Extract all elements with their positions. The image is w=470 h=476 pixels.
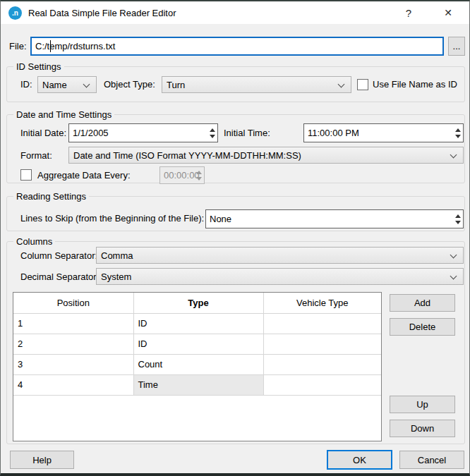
spinner-arrows-icon[interactable] xyxy=(210,124,215,142)
table-cell[interactable] xyxy=(263,334,381,354)
table-header-position[interactable]: Position xyxy=(13,293,133,313)
column-separator-value: Comma xyxy=(101,250,133,261)
chevron-down-icon xyxy=(450,273,457,280)
lines-to-skip-value: None xyxy=(210,214,231,224)
columns-group-title: Columns xyxy=(13,236,55,247)
table-header-type[interactable]: Type xyxy=(133,293,263,313)
object-type-label: Object Type: xyxy=(104,79,155,90)
initial-date-value: 1/1/2005 xyxy=(73,128,109,138)
id-settings-group-title: ID Settings xyxy=(13,61,64,72)
table-cell[interactable] xyxy=(263,313,381,334)
add-button[interactable]: Add xyxy=(390,294,455,312)
id-combobox-value: Name xyxy=(42,80,67,90)
table-row: 2ID xyxy=(13,334,381,354)
object-type-combobox[interactable]: Turn xyxy=(162,76,351,93)
initial-time-value: 11:00:00 PM xyxy=(308,128,359,138)
table-header-vehicle-type[interactable]: Vehicle Type xyxy=(263,293,381,313)
datetime-settings-group-title: Date and Time Settings xyxy=(13,109,114,120)
decimal-separator-combobox[interactable]: System xyxy=(96,268,464,285)
reading-settings-group-title: Reading Settings xyxy=(13,191,89,202)
window-title: Real Data Simple File Reader Editor xyxy=(28,8,176,18)
help-button[interactable]: Help xyxy=(10,451,74,469)
initial-date-label: Initial Date: xyxy=(20,128,66,139)
format-label: Format: xyxy=(20,150,52,161)
chevron-down-icon xyxy=(338,81,345,88)
down-button[interactable]: Down xyxy=(390,420,455,437)
up-button[interactable]: Up xyxy=(390,396,455,413)
table-row: 1ID xyxy=(13,313,381,334)
app-logo-icon: .n xyxy=(8,6,22,20)
spinner-arrows-icon[interactable] xyxy=(455,210,461,228)
chevron-down-icon xyxy=(450,252,457,259)
aggregate-label: Aggregate Data Every: xyxy=(37,170,131,181)
close-icon[interactable]: ✕ xyxy=(432,1,464,24)
chevron-down-icon xyxy=(450,152,457,159)
table-cell[interactable]: 3 xyxy=(13,354,133,374)
id-combobox[interactable]: Name xyxy=(37,76,97,93)
aggregate-interval-spinbox: 00:00:00 xyxy=(159,166,205,184)
lines-to-skip-spinbox[interactable]: None xyxy=(205,209,464,228)
format-combobox[interactable]: Date and Time (ISO Format YYYY-MM-DDTHH:… xyxy=(68,147,464,164)
table-cell[interactable] xyxy=(263,354,381,374)
table-cell[interactable]: 2 xyxy=(13,334,133,354)
column-separator-combobox[interactable]: Comma xyxy=(96,247,464,264)
table-cell[interactable]: 1 xyxy=(13,313,133,334)
decimal-separator-label: Decimal Separator: xyxy=(20,271,99,283)
use-file-name-checkbox[interactable] xyxy=(357,79,368,90)
table-cell[interactable]: Count xyxy=(133,354,263,374)
table-row: 3Count xyxy=(13,354,381,374)
aggregate-checkbox[interactable] xyxy=(20,169,32,181)
help-titlebar-button[interactable]: ? xyxy=(392,1,425,24)
initial-time-spinbox[interactable]: 11:00:00 PM xyxy=(303,123,464,142)
spinner-arrows-icon[interactable] xyxy=(455,124,461,142)
column-separator-label: Column Separator: xyxy=(20,250,97,262)
file-label: File: xyxy=(9,41,27,52)
text-caret xyxy=(50,40,51,52)
columns-table-container: PositionTypeVehicle Type 1ID2ID3Count4Ti… xyxy=(13,292,382,441)
cancel-button[interactable]: Cancel xyxy=(399,451,464,469)
lines-to-skip-label: Lines to Skip (from the Beginning of the… xyxy=(20,213,204,224)
use-file-name-label: Use File Name as ID xyxy=(373,79,457,90)
table-row: 4Time xyxy=(13,374,381,395)
delete-button[interactable]: Delete xyxy=(390,318,455,336)
format-combobox-value: Date and Time (ISO Format YYYY-MM-DDTHH:… xyxy=(73,150,301,161)
table-header-row: PositionTypeVehicle Type xyxy=(13,293,381,313)
real-data-file-reader-dialog: .n Real Data Simple File Reader Editor ?… xyxy=(0,0,470,476)
aggregate-interval-value: 00:00:00 xyxy=(164,170,200,181)
ok-button[interactable]: OK xyxy=(327,450,392,470)
file-path-input[interactable] xyxy=(30,37,444,56)
table-cell[interactable]: ID xyxy=(133,334,263,354)
id-label: ID: xyxy=(20,79,32,90)
initial-date-spinbox[interactable]: 1/1/2005 xyxy=(68,123,218,142)
table-cell[interactable] xyxy=(263,374,381,395)
decimal-separator-value: System xyxy=(101,271,131,282)
table-cell[interactable]: Time xyxy=(133,374,263,395)
browse-button[interactable]: ... xyxy=(448,37,465,56)
table-cell[interactable]: ID xyxy=(133,313,263,334)
initial-time-label: Initial Time: xyxy=(224,128,270,139)
columns-table[interactable]: PositionTypeVehicle Type 1ID2ID3Count4Ti… xyxy=(13,293,381,396)
object-type-combobox-value: Turn xyxy=(167,80,185,90)
spinner-arrows-icon xyxy=(196,167,202,183)
table-cell[interactable]: 4 xyxy=(13,374,133,395)
chevron-down-icon xyxy=(83,81,90,88)
